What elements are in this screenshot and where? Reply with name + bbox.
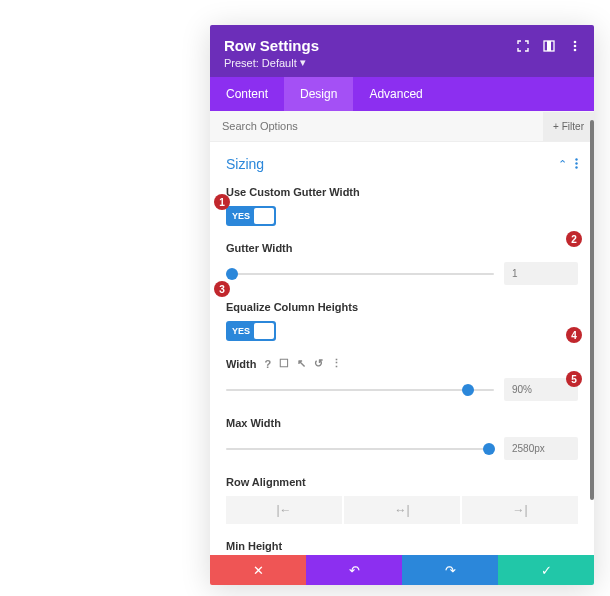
plus-icon: + xyxy=(553,121,559,132)
redo-button[interactable]: ↷ xyxy=(402,555,498,585)
svg-rect-1 xyxy=(547,41,551,51)
field-custom-gutter: Use Custom Gutter Width YES xyxy=(226,186,578,226)
section-title: Sizing xyxy=(226,156,264,172)
align-center-button[interactable]: ↔| xyxy=(344,496,460,524)
field-equalize: Equalize Column Heights YES xyxy=(226,301,578,341)
annotation-3: 3 xyxy=(214,281,230,297)
preset-label: Preset: xyxy=(224,57,259,69)
toggle-yes-label: YES xyxy=(226,211,250,221)
svg-point-6 xyxy=(575,162,577,164)
scrollbar[interactable] xyxy=(590,120,594,500)
toggle-knob xyxy=(254,208,274,224)
more-icon[interactable]: ⋮ xyxy=(331,357,342,370)
gutter-width-label: Gutter Width xyxy=(226,242,578,254)
expand-icon[interactable] xyxy=(516,39,530,53)
annotation-2: 2 xyxy=(566,231,582,247)
phone-icon[interactable]: ☐ xyxy=(279,357,289,370)
annotation-4: 4 xyxy=(566,327,582,343)
min-height-label: Min Height xyxy=(226,540,578,552)
filter-button[interactable]: + Filter xyxy=(543,112,594,141)
max-width-value[interactable]: 2580px xyxy=(504,437,578,460)
field-min-height: Min Height auto xyxy=(226,540,578,555)
preset-selector[interactable]: Preset: Default ▾ xyxy=(224,56,580,69)
svg-point-3 xyxy=(574,45,577,48)
chevron-up-icon[interactable]: ⌃ xyxy=(558,158,567,171)
max-width-slider[interactable] xyxy=(226,442,494,456)
svg-point-5 xyxy=(575,158,577,160)
svg-point-2 xyxy=(574,41,577,44)
align-left-button[interactable]: |← xyxy=(226,496,342,524)
cancel-button[interactable]: ✕ xyxy=(210,555,306,585)
gutter-width-slider[interactable] xyxy=(226,267,494,281)
field-max-width: Max Width 2580px xyxy=(226,417,578,460)
tab-advanced[interactable]: Advanced xyxy=(353,77,438,111)
annotation-5: 5 xyxy=(566,371,582,387)
section-header-sizing[interactable]: Sizing ⌃ xyxy=(226,156,578,172)
svg-point-7 xyxy=(575,166,577,168)
section-more-icon[interactable] xyxy=(575,156,578,172)
chevron-down-icon: ▾ xyxy=(300,56,306,69)
width-label: Width xyxy=(226,358,256,370)
custom-gutter-toggle[interactable]: YES xyxy=(226,206,276,226)
save-button[interactable]: ✓ xyxy=(498,555,594,585)
panel-footer: ✕ ↶ ↷ ✓ xyxy=(210,555,594,585)
snap-icon[interactable] xyxy=(542,39,556,53)
gutter-width-value[interactable]: 1 xyxy=(504,262,578,285)
max-width-label: Max Width xyxy=(226,417,578,429)
hover-icon[interactable]: ↖ xyxy=(297,357,306,370)
toggle-knob xyxy=(254,323,274,339)
more-icon[interactable] xyxy=(568,39,582,53)
field-width: Width ? ☐ ↖ ↺ ⋮ 90% xyxy=(226,357,578,401)
search-row: + Filter xyxy=(210,111,594,142)
help-icon[interactable]: ? xyxy=(264,358,271,370)
svg-point-4 xyxy=(574,49,577,52)
tab-content[interactable]: Content xyxy=(210,77,284,111)
equalize-label: Equalize Column Heights xyxy=(226,301,578,313)
filter-label: Filter xyxy=(562,121,584,132)
panel-body[interactable]: Sizing ⌃ Use Custom Gutter Width YES Gut… xyxy=(210,142,594,555)
field-gutter-width: Gutter Width 1 xyxy=(226,242,578,285)
row-alignment-label: Row Alignment xyxy=(226,476,578,488)
tabs: Content Design Advanced xyxy=(210,77,594,111)
search-input[interactable] xyxy=(210,111,543,141)
row-settings-panel: Row Settings Preset: Default ▾ Content D… xyxy=(210,25,594,585)
width-slider[interactable] xyxy=(226,383,494,397)
custom-gutter-label: Use Custom Gutter Width xyxy=(226,186,578,198)
equalize-toggle[interactable]: YES xyxy=(226,321,276,341)
field-row-alignment: Row Alignment |← ↔| →| xyxy=(226,476,578,524)
tab-design[interactable]: Design xyxy=(284,77,353,111)
reset-icon[interactable]: ↺ xyxy=(314,357,323,370)
annotation-1: 1 xyxy=(214,194,230,210)
align-right-button[interactable]: →| xyxy=(462,496,578,524)
preset-value: Default xyxy=(262,57,297,69)
undo-button[interactable]: ↶ xyxy=(306,555,402,585)
panel-header: Row Settings Preset: Default ▾ xyxy=(210,25,594,77)
toggle-yes-label: YES xyxy=(226,326,250,336)
